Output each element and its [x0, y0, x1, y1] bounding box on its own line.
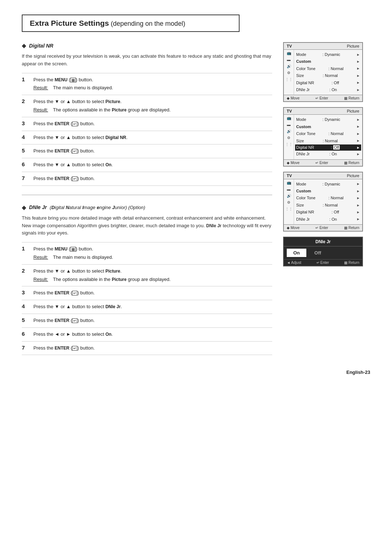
tv-settings-icon: ⚙ — [287, 71, 290, 75]
tv-menu-1: TV Picture 📺 ▬ 🔊 ⚙ ⋮⋮ Mode : Dynamic ► — [283, 42, 363, 102]
dnie-option-off[interactable]: Off — [308, 249, 328, 257]
step-number: 5 — [22, 314, 32, 327]
footer-enter: ↵ Enter — [315, 161, 328, 165]
step-content: Press the ENTER (↵) button. — [32, 117, 272, 131]
dnie-options: On Off — [284, 246, 362, 259]
right-column: TV Picture 📺 ▬ 🔊 ⚙ ⋮⋮ Mode : Dynamic ► — [283, 42, 370, 355]
tv-menu-row-colortone: Color Tone : Normal ► — [296, 130, 360, 137]
step-content: Press the ENTER (↵) button. — [32, 172, 272, 185]
tv-display-icon: ▬ — [287, 187, 291, 192]
step-content: Press the ENTER (↵) button. — [32, 314, 272, 327]
tv-label: TV — [287, 174, 292, 178]
dnie-footer-return: ▦ Return — [344, 261, 359, 265]
step-content: Press the ◄ or ► button to select On. — [32, 327, 272, 341]
left-column: ◆ Digital NR If the signal received by y… — [22, 42, 272, 355]
tv-menu-rows: Mode : Dynamic ► Custom ► Color Tone : N… — [294, 179, 362, 224]
tv-menu-row-mode: Mode : Dynamic ► — [296, 116, 360, 123]
table-row: 1 Press the MENU (▦) button. Result: The… — [22, 73, 272, 95]
tv-label: TV — [287, 109, 292, 113]
step-content: Press the ENTER (↵) button. — [32, 341, 272, 355]
step-content: Press the ▼ or ▲ button to select On. — [32, 158, 272, 172]
step-number: 7 — [22, 172, 32, 185]
dnie-footer-enter: ↵ Enter — [317, 261, 329, 265]
step-number: 6 — [22, 327, 32, 341]
dnie-selector-box: DNIe Jr On Off ◄ Adjust ↵ Enter ▦ Return — [283, 237, 363, 266]
result-text: The main menu is displayed. — [53, 84, 113, 92]
tv-menu-icons: 📺 ▬ 🔊 ⚙ ⋮⋮ — [284, 179, 294, 224]
tv-menu-row-size: Size : Normal ► — [296, 138, 360, 144]
tv-menu-row-digitalnr-highlighted: Digital NR : Off ► — [295, 144, 361, 151]
step-number: 5 — [22, 144, 32, 158]
step-number: 4 — [22, 131, 32, 144]
step-content: Press the MENU (▦) button. Result: The m… — [32, 73, 272, 95]
tv-sound-icon: 🔊 — [287, 194, 291, 198]
step-content: Press the ▼ or ▲ button to select Pictur… — [32, 264, 272, 286]
table-row: 5 Press the ENTER (↵) button. — [22, 144, 272, 158]
step-content: Press the ENTER (↵) button. — [32, 144, 272, 158]
dnie-jr-section: ◆ DNIe Jr (Digital Natural Image engine … — [22, 204, 272, 355]
dnie-jr-title: DNIe Jr — [29, 204, 47, 210]
result-label: Result: — [33, 276, 49, 283]
step-number: 7 — [22, 341, 32, 355]
tv-display-icon: ▬ — [287, 58, 291, 62]
footer-move: ◆ Move — [287, 226, 299, 230]
page-title: Extra Picture Settings (depending on the… — [22, 15, 370, 42]
picture-label: Picture — [347, 174, 359, 178]
page-footer: English-23 — [22, 370, 370, 375]
dnie-jr-steps: 1 Press the MENU (▦) button. Result: The… — [22, 242, 272, 355]
tv-sound-icon: 🔊 — [287, 64, 291, 69]
tv-menu-row-dnie: DNIe Jr : On ► — [296, 151, 360, 158]
result-label: Result: — [33, 84, 49, 92]
tv-label: TV — [287, 44, 292, 48]
step-number: 6 — [22, 158, 32, 172]
dnie-jr-subtitle: (Digital Natural Image engine Junior) (O… — [50, 205, 145, 210]
digital-nr-steps: 1 Press the MENU (▦) button. Result: The… — [22, 73, 272, 186]
tv-menu-rows: Mode : Dynamic ► Custom ► Color Tone : N… — [294, 115, 362, 159]
tv-menu-row-dnie: DNIe Jr : On ► — [296, 86, 360, 93]
tv-menu-footer: ◆ Move ↵ Enter ▦ Return — [284, 95, 362, 101]
table-row: 4 Press the ▼ or ▲ button to select Digi… — [22, 131, 272, 144]
step-number: 3 — [22, 117, 32, 131]
tv-menu-row-custom: Custom ► — [296, 58, 360, 65]
dnie-footer-adjust: ◄ Adjust — [287, 261, 301, 265]
table-row: 7 Press the ENTER (↵) button. — [22, 172, 272, 185]
table-row: 3 Press the ENTER (↵) button. — [22, 117, 272, 131]
tv-menu-icons: 📺 ▬ 🔊 ⚙ ⋮⋮ — [284, 115, 294, 159]
tv-menu-row-colortone: Color Tone : Normal ► — [296, 195, 360, 201]
step-content: Press the ▼ or ▲ button to select Digita… — [32, 131, 272, 144]
footer-return: ▦ Return — [344, 161, 359, 165]
table-row: 1 Press the MENU (▦) button. Result: The… — [22, 242, 272, 265]
footer-move: ◆ Move — [287, 161, 299, 165]
dnie-jr-description: This feature bring you more detailed ima… — [22, 215, 272, 237]
dnie-box-title: DNIe Jr — [284, 237, 362, 246]
table-row: 2 Press the ▼ or ▲ button to select Pict… — [22, 95, 272, 117]
dnie-footer: ◄ Adjust ↵ Enter ▦ Return — [284, 259, 362, 266]
tv-menu-row-size: Size : Normal ► — [296, 72, 360, 79]
result-text: The options available in the Picture gro… — [53, 106, 171, 114]
tv-antenna-icon: 📺 — [287, 51, 291, 56]
tv-menu-row-mode: Mode : Dynamic ► — [296, 51, 360, 58]
picture-label: Picture — [347, 109, 359, 113]
tv-menu-icons: 📺 ▬ 🔊 ⚙ ⋮⋮ — [284, 50, 294, 95]
step-number: 4 — [22, 300, 32, 314]
tv-extra-icon: ⋮⋮ — [285, 77, 293, 82]
result-text: The options available in the Picture gro… — [53, 276, 171, 283]
tv-menu-header: TV Picture — [284, 172, 362, 179]
tv-menu-row-digitalnr: Digital NR : Off ► — [296, 79, 360, 86]
step-content: Press the ▼ or ▲ button to select Pictur… — [32, 95, 272, 117]
footer-enter: ↵ Enter — [315, 226, 328, 230]
tv-menu-row-custom: Custom ► — [296, 123, 360, 130]
table-row: 6 Press the ▼ or ▲ button to select On. — [22, 158, 272, 172]
footer-move: ◆ Move — [287, 96, 299, 100]
tv-display-icon: ▬ — [287, 123, 291, 127]
tv-menu-header: TV Picture — [284, 108, 362, 115]
tv-menu-header: TV Picture — [284, 43, 362, 50]
table-row: 4 Press the ▼ or ▲ button to select DNIe… — [22, 300, 272, 314]
step-number: 2 — [22, 95, 32, 117]
step-content: Press the ENTER (↵) button. — [32, 286, 272, 300]
table-row: 5 Press the ENTER (↵) button. — [22, 314, 272, 327]
dnie-option-on[interactable]: On — [287, 249, 306, 257]
picture-label: Picture — [347, 44, 359, 48]
tv-menu-3: TV Picture 📺 ▬ 🔊 ⚙ ⋮⋮ Mode : Dynamic ► — [283, 172, 363, 232]
step-number: 3 — [22, 286, 32, 300]
